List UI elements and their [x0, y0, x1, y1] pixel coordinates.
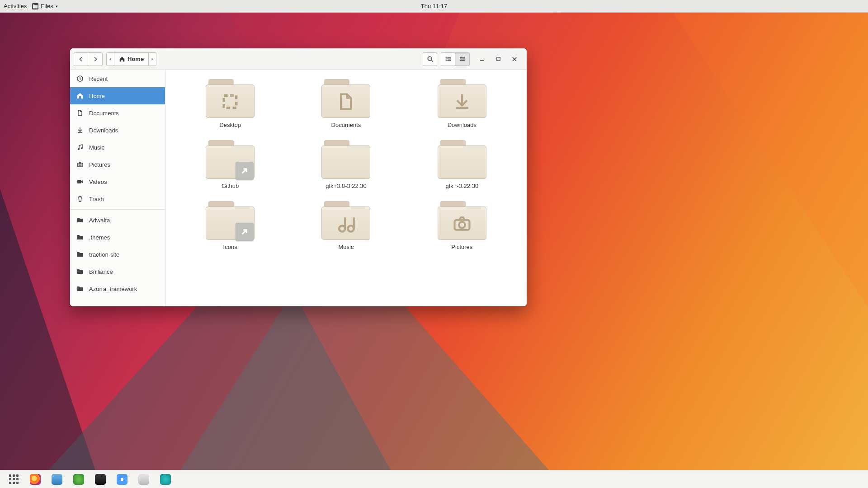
folder-icon [76, 251, 84, 258]
dash-launcher-terminal[interactable] [95, 474, 106, 485]
folder-icon [206, 201, 255, 240]
folder-icon [321, 140, 370, 179]
folder-item[interactable]: Downloads [419, 79, 505, 128]
sidebar-item-label: Music [89, 144, 104, 151]
path-prev-button[interactable] [106, 52, 114, 66]
files-app-icon [32, 3, 38, 9]
dash-launcher-vm[interactable] [138, 474, 149, 485]
sidebar-item-label: Videos [89, 178, 107, 185]
symlink-emblem-icon [236, 162, 254, 180]
video-icon [76, 178, 84, 185]
app-menu-button[interactable]: Files ▾ [32, 3, 57, 9]
folder-icon [321, 201, 370, 240]
svg-rect-8 [460, 59, 465, 60]
sidebar-bookmark-azurra[interactable]: Azurra_framework [70, 280, 165, 297]
folder-item[interactable]: Github [187, 140, 273, 189]
sidebar-item-label: Brilliance [89, 268, 113, 275]
sidebar-bookmark-themes[interactable]: .themes [70, 229, 165, 246]
activities-button[interactable]: Activities [4, 3, 27, 9]
activities-label: Activities [4, 3, 27, 9]
folder-icon [206, 79, 255, 118]
dash-launcher-midori[interactable] [73, 474, 84, 485]
doc-icon [336, 92, 356, 112]
close-button[interactable] [510, 55, 519, 63]
app-menu-label: Files [41, 3, 53, 9]
header-right [423, 52, 523, 66]
view-menu-button[interactable] [455, 52, 470, 66]
svg-point-3 [445, 58, 446, 59]
dash-launcher-rhythmbox[interactable] [160, 474, 171, 485]
trash-icon [76, 195, 84, 202]
sidebar-item-label: Recent [89, 75, 108, 82]
folder-icon [76, 285, 84, 292]
folder-label: Music [339, 244, 354, 250]
svg-rect-10 [496, 57, 500, 61]
desktop-icon [220, 92, 240, 112]
dash-launcher-firefox[interactable] [30, 474, 41, 485]
sidebar-item-recent[interactable]: Recent [70, 70, 165, 87]
folder-icon [438, 140, 486, 179]
apps-grid-icon [9, 474, 19, 484]
clock-icon [76, 75, 84, 82]
forward-button[interactable] [88, 52, 103, 66]
folder-icon [76, 234, 84, 241]
folder-icon [438, 79, 486, 118]
camera-icon [452, 214, 472, 234]
back-button[interactable] [74, 52, 88, 66]
svg-rect-7 [460, 57, 465, 58]
window-controls [473, 55, 523, 63]
music-icon [336, 214, 356, 234]
sidebar-item-trash[interactable]: Trash [70, 190, 165, 207]
folder-label: gtk+3.0-3.22.30 [326, 183, 367, 189]
dash-launcher-files[interactable] [52, 474, 62, 485]
sidebar-item-music[interactable]: Music [70, 139, 165, 156]
symlink-emblem-icon [236, 223, 254, 241]
folder-label: Pictures [451, 244, 472, 250]
folder-label: Documents [331, 122, 361, 128]
sidebar-item-pictures[interactable]: Pictures [70, 156, 165, 173]
folder-icon [76, 268, 84, 275]
sidebar-item-home[interactable]: Home [70, 87, 165, 104]
view-list-button[interactable] [441, 52, 455, 66]
path-next-button[interactable] [148, 52, 156, 66]
sidebar-item-label: traction-site [89, 251, 119, 258]
folder-item[interactable]: Desktop [187, 79, 273, 128]
icon-view[interactable]: Desktop Documents Downloads Github gtk+3… [165, 70, 527, 306]
path-crumb-home[interactable]: Home [114, 52, 148, 66]
sidebar-bookmark-traction[interactable]: traction-site [70, 246, 165, 263]
folder-item[interactable]: Documents [303, 79, 389, 128]
camera-icon [76, 161, 84, 168]
sidebar-item-label: Trash [89, 196, 104, 202]
show-apps-button[interactable] [8, 474, 19, 485]
top-bar: Activities Files ▾ Thu 11:17 [0, 0, 868, 13]
sidebar-bookmark-brilliance[interactable]: Brilliance [70, 263, 165, 280]
folder-item[interactable]: gtk+-3.22.30 [419, 140, 505, 189]
sidebar-item-downloads[interactable]: Downloads [70, 122, 165, 139]
sidebar-item-label: Pictures [89, 161, 110, 168]
chevron-down-icon: ▾ [56, 4, 58, 9]
search-button[interactable] [423, 52, 437, 66]
home-icon [119, 56, 125, 62]
firefox-icon [30, 474, 41, 485]
clock[interactable]: Thu 11:17 [421, 3, 448, 9]
folder-item[interactable]: Icons [187, 201, 273, 250]
folder-item[interactable]: Music [303, 201, 389, 250]
folder-label: Desktop [219, 122, 241, 128]
folder-item[interactable]: gtk+3.0-3.22.30 [303, 140, 389, 189]
folder-icon [206, 140, 255, 179]
folder-item[interactable]: Pictures [419, 201, 505, 250]
sidebar-item-documents[interactable]: Documents [70, 104, 165, 122]
minimize-button[interactable] [478, 55, 486, 63]
dash-launcher-chromium[interactable] [117, 474, 127, 485]
sidebar-bookmark-adwaita[interactable]: Adwaita [70, 211, 165, 229]
maximize-button[interactable] [494, 55, 502, 63]
folder-icon [438, 201, 486, 240]
sidebar-separator [70, 209, 165, 210]
path-crumb-label: Home [127, 56, 144, 62]
sidebar-item-videos[interactable]: Videos [70, 173, 165, 190]
home-icon [76, 92, 84, 99]
sidebar-item-label: Downloads [89, 127, 118, 134]
svg-rect-6 [447, 60, 451, 61]
download-icon [452, 92, 472, 112]
svg-point-0 [428, 56, 431, 60]
